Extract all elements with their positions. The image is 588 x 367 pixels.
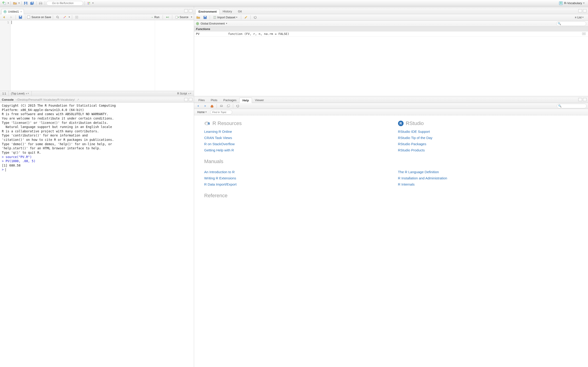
source-dropdown[interactable]: ▼: [191, 16, 192, 18]
view-mode-button[interactable]: ≡ List ▼: [573, 15, 585, 19]
section-r-resources: R R Resources: [204, 120, 384, 126]
console-line: [1] 680.58: [2, 163, 192, 168]
new-file-dropdown[interactable]: ▼: [7, 2, 9, 4]
console-title: Console: [2, 98, 14, 101]
source-tab[interactable]: R Untitled1 ×: [1, 9, 24, 14]
separator: [10, 1, 11, 5]
r-logo-icon: R: [204, 121, 210, 126]
help-link[interactable]: RStudio Products: [398, 148, 578, 152]
help-link[interactable]: R Data Import/Export: [204, 182, 384, 186]
minimize-pane-button[interactable]: [184, 98, 188, 101]
tab-history[interactable]: History: [220, 9, 235, 14]
help-link[interactable]: CRAN Task Views: [204, 136, 384, 140]
new-file-button[interactable]: [1, 1, 7, 6]
help-back-button[interactable]: [195, 104, 201, 108]
maximize-pane-button[interactable]: [583, 98, 587, 101]
help-forward-button[interactable]: [202, 104, 208, 108]
svg-rect-31: [228, 105, 230, 106]
help-popout-button[interactable]: [225, 104, 231, 108]
list-icon: ≡: [575, 16, 576, 19]
save-source-button[interactable]: [18, 15, 23, 19]
minimize-pane-button[interactable]: [578, 9, 582, 12]
help-link[interactable]: An Introduction to R: [204, 170, 384, 174]
code-tools-dropdown[interactable]: ▼: [68, 16, 70, 18]
save-all-button[interactable]: [29, 1, 35, 6]
file-type-indicator[interactable]: R Script ▲▼: [175, 91, 194, 96]
svg-rect-14: [89, 3, 90, 4]
tab-help[interactable]: Help: [239, 98, 252, 103]
help-link[interactable]: The R Language Definition: [398, 170, 578, 174]
help-link[interactable]: R Internals: [398, 182, 578, 186]
editor[interactable]: 1: [0, 20, 194, 91]
run-button[interactable]: → Run: [149, 15, 161, 19]
console-body[interactable]: Copyright (C) 2015 The R Foundation for …: [0, 102, 194, 367]
console-prompt[interactable]: >: [2, 167, 192, 172]
scope-indicator[interactable]: (Top Level) ▲▼: [9, 91, 32, 96]
project-menu[interactable]: R R-Vocabulary ▼: [557, 1, 587, 6]
console-goto-icon[interactable]: ↗: [77, 98, 79, 101]
tab-environment[interactable]: Environment: [195, 9, 220, 14]
source-button[interactable]: Source: [174, 15, 190, 19]
help-link[interactable]: RStudio Packages: [398, 142, 578, 146]
console-header: Console ~/Desktop/Personal/R Vocabulary/…: [0, 97, 194, 102]
tab-plots[interactable]: Plots: [208, 98, 220, 103]
help-link[interactable]: Getting Help with R: [204, 148, 384, 152]
maximize-pane-button[interactable]: [189, 9, 192, 12]
back-button[interactable]: [1, 15, 7, 19]
addins-button[interactable]: [86, 1, 92, 6]
svg-rect-12: [89, 2, 90, 3]
help-home-button[interactable]: [209, 104, 215, 108]
separator: [45, 1, 45, 5]
separator: [85, 1, 85, 5]
save-button[interactable]: [23, 1, 28, 6]
wand-button[interactable]: [62, 15, 67, 19]
console-line: R is a collaborative project with many c…: [2, 129, 192, 133]
maximize-pane-button[interactable]: [583, 9, 587, 12]
svg-rect-18: [20, 16, 21, 17]
help-link[interactable]: Learning R Online: [204, 130, 384, 133]
console-line: Type 'demo()' for some demos, 'help()' f…: [2, 142, 192, 146]
forward-button[interactable]: [8, 15, 14, 19]
print-button[interactable]: [38, 1, 43, 6]
load-workspace-button[interactable]: [195, 15, 201, 20]
help-link[interactable]: R Installation and Administration: [398, 176, 578, 180]
help-link[interactable]: Writing R Extensions: [204, 176, 384, 180]
close-tab-button[interactable]: ×: [20, 10, 22, 13]
section-rstudio: R RStudio: [398, 120, 578, 126]
console-line: R is free software and comes with ABSOLU…: [2, 112, 192, 116]
open-file-button[interactable]: [12, 1, 18, 6]
tab-viewer[interactable]: Viewer: [252, 98, 267, 103]
section-manuals: Manuals: [204, 158, 578, 165]
console-path: ~/Desktop/Personal/R Vocabulary/R-Vocabu…: [15, 98, 75, 101]
maximize-pane-button[interactable]: [189, 98, 192, 101]
import-dataset-button[interactable]: Import Dataset ▼: [212, 15, 239, 19]
tab-git[interactable]: Git: [235, 9, 245, 14]
help-link[interactable]: RStudio IDE Support: [398, 130, 578, 133]
goto-input[interactable]: [46, 1, 83, 6]
help-link[interactable]: R on StackOverflow: [204, 142, 384, 146]
scope-label: Global Environment: [200, 22, 225, 25]
env-row[interactable]: PVfunction (FV, r, n, na.rm = FALSE): [194, 31, 588, 36]
refresh-env-button[interactable]: [252, 15, 258, 20]
open-recent-dropdown[interactable]: ▼: [18, 2, 20, 4]
help-content: R R Resources Learning R OnlineCRAN Task…: [194, 115, 588, 367]
save-workspace-button[interactable]: [202, 15, 208, 20]
help-home-dropdown[interactable]: Home ▼: [196, 110, 208, 114]
clear-workspace-button[interactable]: [243, 15, 249, 20]
scope-selector[interactable]: Global Environment ▼: [196, 22, 227, 25]
tab-files[interactable]: Files: [195, 98, 208, 103]
help-print-button[interactable]: [219, 104, 224, 108]
addins-dropdown[interactable]: ▼: [92, 2, 94, 4]
source-status-bar: 1:1 (Top Level) ▲▼ R Script ▲▼: [0, 91, 194, 96]
tab-packages[interactable]: Packages: [220, 98, 239, 103]
inspect-icon[interactable]: [582, 32, 586, 35]
notebook-button[interactable]: [74, 15, 79, 19]
minimize-pane-button[interactable]: [184, 9, 188, 12]
find-button[interactable]: [55, 15, 61, 19]
help-link[interactable]: RStudio Tip of the Day: [398, 136, 578, 140]
rerun-button[interactable]: [165, 15, 170, 19]
source-on-save-checkbox[interactable]: [27, 16, 30, 19]
find-in-topic-input[interactable]: [210, 110, 232, 115]
help-refresh-button[interactable]: [235, 104, 241, 108]
minimize-pane-button[interactable]: [578, 98, 582, 101]
